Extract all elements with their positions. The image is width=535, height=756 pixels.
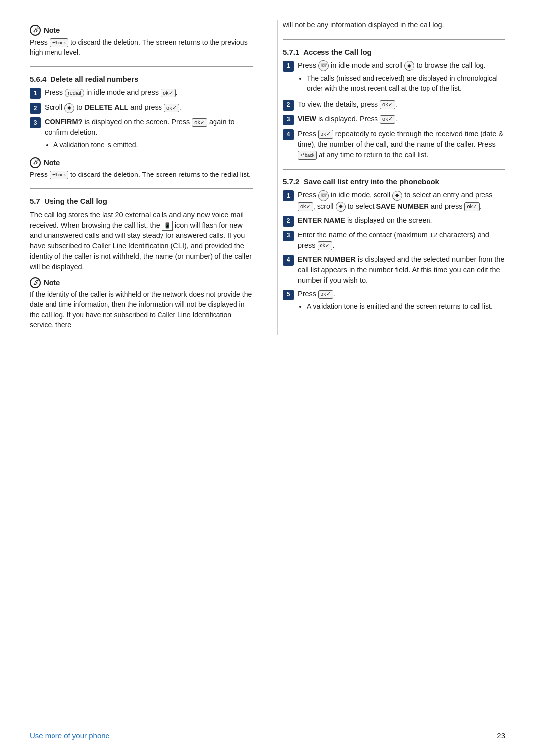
note-564-header: 𝓢 Note <box>30 157 253 168</box>
note-body: Press ↵back to discard the deletion. The… <box>30 37 253 58</box>
note-57-body: If the identity of the caller is withhel… <box>30 290 253 330</box>
scroll-key-4: ◆ <box>336 202 346 212</box>
section-57-number: 5.7 <box>30 197 40 205</box>
step-571-1-bullets: The calls (missed and received) are disp… <box>298 73 505 94</box>
ok-key-10: ok✓ <box>318 290 333 299</box>
step-571-content-1: Press ☏ in idle mode and scroll ◆ to bro… <box>298 60 505 96</box>
step-572-content-3: Enter the name of the contact (maximum 1… <box>298 230 505 251</box>
note-57-label: Note <box>44 277 60 288</box>
step-572-3: 3 Enter the name of the contact (maximum… <box>283 230 505 251</box>
step-572-1: 1 Press ☏ in idle mode, scroll ◆ to sele… <box>283 190 505 211</box>
step-572-2: 2 ENTER NAME is displayed on the screen. <box>283 215 505 227</box>
step-571-num-1: 1 <box>283 61 294 72</box>
step-content-2: Scroll ◆ to DELETE ALL and press ok✓. <box>45 102 253 113</box>
redial-key: redial <box>65 89 84 98</box>
section-572-label: Save call list entry into the phonebook <box>304 177 439 186</box>
continued-text: will not be any information displayed in… <box>283 20 505 30</box>
ok-key-8: ok✓ <box>464 202 480 211</box>
step-571-3: 3 VIEW is displayed. Press ok✓. <box>283 114 505 125</box>
divider-1 <box>30 66 253 67</box>
bullet-validation: A validation tone is emitted. <box>54 140 253 150</box>
section-564-note: 𝓢 Note Press ↵back to discard the deleti… <box>30 157 253 179</box>
step-571-content-3: VIEW is displayed. Press ok✓. <box>298 114 505 124</box>
note-57-header: 𝓢 Note <box>30 277 253 288</box>
note-564-body: Press ↵back to discard the deletion. The… <box>30 170 253 179</box>
step-572-num-3: 3 <box>283 231 294 241</box>
left-column: 𝓢 Note Press ↵back to discard the deleti… <box>30 20 258 335</box>
ok-key-7: ok✓ <box>298 202 313 211</box>
step-571-1: 1 Press ☏ in idle mode and scroll ◆ to b… <box>283 60 505 96</box>
bullet-validation-2: A validation tone is emitted and the scr… <box>307 301 505 311</box>
step-571-num-4: 4 <box>283 129 294 140</box>
ok-key-4: ok✓ <box>380 100 395 109</box>
phone-icon-inline: 📱 <box>162 221 173 231</box>
step-572-content-1: Press ☏ in idle mode, scroll ◆ to select… <box>298 190 505 211</box>
bullet-calls-display: The calls (missed and received) are disp… <box>307 73 505 94</box>
step-572-5-bullets: A validation tone is emitted and the scr… <box>298 301 505 311</box>
scroll-key-1: ◆ <box>64 103 74 113</box>
ok-key-6: ok✓ <box>318 130 333 139</box>
step-564-1: 1 Press redial in idle mode and press ok… <box>30 87 253 99</box>
note-label: Note <box>44 25 60 36</box>
divider-2 <box>30 188 253 189</box>
section-564-label: Delete all redial numbers <box>51 75 139 83</box>
page-number: 23 <box>497 730 505 741</box>
step-572-content-5: Press ok✓. A validation tone is emitted … <box>298 289 505 313</box>
section-57-label: Using the Call log <box>44 197 107 205</box>
note-icon: 𝓢 <box>30 25 41 36</box>
note-564-icon: 𝓢 <box>30 157 41 168</box>
step-572-num-2: 2 <box>283 216 294 227</box>
section-564-steps: 1 Press redial in idle mode and press ok… <box>30 87 253 152</box>
note-header: 𝓢 Note <box>30 25 253 36</box>
section-571-label: Access the Call log <box>303 48 372 56</box>
note-57-icon: 𝓢 <box>30 277 41 288</box>
section-564-number: 5.6.4 <box>30 75 46 83</box>
ok-key-5: ok✓ <box>380 115 395 124</box>
step-content-1: Press redial in idle mode and press ok✓. <box>45 87 253 98</box>
top-note-box: 𝓢 Note Press ↵back to discard the deleti… <box>30 25 253 58</box>
section-571-steps: 1 Press ☏ in idle mode and scroll ◆ to b… <box>283 60 505 160</box>
step-564-2: 2 Scroll ◆ to DELETE ALL and press ok✓. <box>30 102 253 114</box>
step-num-1: 1 <box>30 88 41 99</box>
section-571-title: 5.7.1 Access the Call log <box>283 47 505 58</box>
section-572-title: 5.7.2 Save call list entry into the phon… <box>283 176 505 187</box>
ok-key-2: ok✓ <box>164 104 179 113</box>
step-572-num-5: 5 <box>283 290 294 300</box>
back-key-icon: ↵back <box>50 38 68 47</box>
scroll-key-2: ◆ <box>404 61 414 71</box>
step-571-content-2: To view the details, press ok✓. <box>298 99 505 110</box>
step-572-content-2: ENTER NAME is displayed on the screen. <box>298 215 505 226</box>
scroll-key-3: ◆ <box>392 191 402 201</box>
footer-link[interactable]: Use more of your phone <box>30 730 109 741</box>
step-572-5: 5 Press ok✓. A validation tone is emitte… <box>283 289 505 313</box>
section-564: 5.6.4 Delete all redial numbers 1 Press … <box>30 74 253 179</box>
step-571-4: 4 Press ok✓ repeatedly to cycle through … <box>283 129 505 160</box>
divider-3 <box>283 39 505 40</box>
back-key-3: ↵back <box>298 151 317 160</box>
section-57-title: 5.7 Using the Call log <box>30 196 253 207</box>
section-564-title: 5.6.4 Delete all redial numbers <box>30 74 253 85</box>
step-num-3: 3 <box>30 117 41 128</box>
step-571-2: 2 To view the details, press ok✓. <box>283 99 505 111</box>
step-571-num-2: 2 <box>283 100 294 111</box>
step-572-content-4: ENTER NUMBER is displayed and the select… <box>298 254 505 286</box>
section-572-steps: 1 Press ☏ in idle mode, scroll ◆ to sele… <box>283 190 505 313</box>
phone-key-2: ☏ <box>318 190 329 201</box>
page-layout: 𝓢 Note Press ↵back to discard the deleti… <box>30 20 505 335</box>
section-572-number: 5.7.2 <box>283 177 299 186</box>
note-564-label: Note <box>44 157 60 168</box>
section-57-para: The call log stores the last 20 external… <box>30 210 253 272</box>
step-564-3-bullets: A validation tone is emitted. <box>45 140 253 150</box>
section-571: 5.7.1 Access the Call log 1 Press ☏ in i… <box>283 47 505 160</box>
phone-key-1: ☏ <box>318 60 329 71</box>
step-content-3: CONFIRM? is displayed on the screen. Pre… <box>45 117 253 152</box>
section-572: 5.7.2 Save call list entry into the phon… <box>283 176 505 313</box>
step-571-content-4: Press ok✓ repeatedly to cycle through th… <box>298 129 505 160</box>
page-footer: Use more of your phone 23 <box>30 730 505 741</box>
step-num-2: 2 <box>30 103 41 114</box>
step-572-num-1: 1 <box>283 190 294 201</box>
step-571-num-3: 3 <box>283 115 294 125</box>
divider-4 <box>283 169 505 170</box>
section-57-note: 𝓢 Note If the identity of the caller is … <box>30 277 253 330</box>
back-key-2: ↵back <box>50 171 68 179</box>
